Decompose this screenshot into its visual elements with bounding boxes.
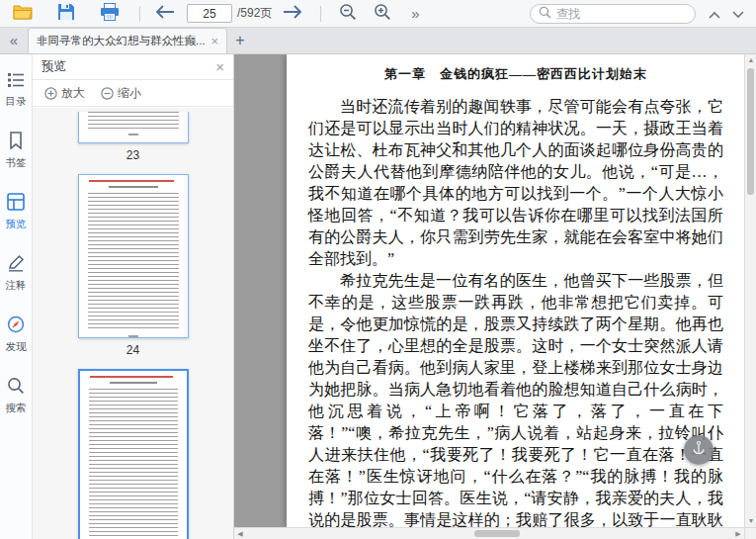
double-chevron-right-icon: » [411, 6, 419, 21]
anchor-icon [691, 440, 707, 460]
thumbnail-list[interactable]: 23 24 [33, 108, 233, 539]
toolbar-divider [139, 6, 140, 22]
circle-minus-icon [101, 87, 114, 100]
preview-close-icon[interactable]: × [215, 58, 224, 75]
save-button[interactable] [54, 2, 78, 26]
search-input[interactable] [556, 7, 710, 21]
scroll-left-arrow[interactable]: ◀ [234, 528, 246, 539]
printer-icon [100, 3, 120, 25]
paragraph: 当时还流传着别的趣闻轶事，尽管可能会有点夸张，它们还是可以显示出当时人们的精神状… [308, 96, 723, 270]
paragraph: 希拉克先生是一位有名的医生，他曾买下一些股票，但不幸的是，这些股票一跌再跌，他非… [308, 270, 723, 527]
page-total-label: /592页 [237, 5, 272, 22]
zoom-in-icon [374, 3, 391, 25]
thumbnail-text-lines [89, 389, 178, 539]
page-thumbnail-23[interactable] [78, 112, 189, 143]
toolbar: /592页 » [0, 0, 756, 28]
sidebar-item-label: 预览 [6, 218, 27, 231]
print-button[interactable] [98, 2, 122, 26]
page-thumbnail-24[interactable] [78, 174, 189, 338]
sidebar-item-label: 目录 [6, 95, 27, 109]
search-box [530, 4, 696, 24]
sidebar-item-label: 注释 [6, 279, 27, 293]
document-tab[interactable]: 非同寻常的大众幻想与群众性癫... × [28, 28, 227, 53]
folder-icon [13, 4, 33, 24]
sidebar-item-bookmarks[interactable]: 书签 [0, 132, 32, 170]
zoom-out-icon [339, 3, 357, 25]
search-icon [7, 377, 25, 399]
thumbnail-page-number [128, 134, 138, 135]
preview-zoom-bar: 放大 缩小 [33, 80, 233, 107]
pdf-reader-window: /592页 » [0, 0, 756, 539]
thumbnail-text-lines [88, 193, 179, 331]
thumbnail-header-line [109, 186, 158, 188]
tab-bar: « 非同寻常的大众幻想与群众性癫... × + [0, 28, 756, 54]
scroll-down-arrow[interactable]: ▼ [745, 515, 756, 527]
floating-widget-button[interactable] [684, 435, 714, 465]
page-number-input[interactable] [187, 4, 232, 23]
new-tab-button[interactable]: + [227, 28, 253, 53]
pen-icon [7, 254, 25, 276]
zoom-in-label: 放大 [61, 85, 85, 102]
zoom-out-label: 缩小 [118, 85, 141, 102]
running-header: 第一章 金钱的疯狂——密西西比计划始末 [308, 65, 723, 83]
thumbnail-page-number [128, 335, 138, 337]
sidebar-item-search[interactable]: 搜索 [0, 377, 32, 415]
circle-plus-icon [44, 87, 57, 100]
previous-page-button[interactable] [153, 2, 177, 26]
thumbnail-link-line [89, 180, 174, 182]
sidebar-item-label: 发现 [6, 340, 27, 354]
arrow-left-icon [155, 5, 175, 23]
horizontal-scrollbar[interactable]: ◀ ▶ [234, 527, 744, 539]
next-page-button[interactable] [281, 2, 304, 26]
thumbnail-zoom-out-button[interactable]: 缩小 [101, 85, 141, 102]
thumbnail-link-line [90, 376, 173, 378]
document-view: 第一章 金钱的疯狂——密西西比计划始末 当时还流传着别的趣闻轶事，尽管可能会有点… [234, 54, 756, 539]
preview-icon [7, 193, 25, 215]
page-thumbnail-25-selected[interactable] [78, 369, 189, 539]
arrow-right-icon [283, 5, 302, 23]
thumbnail-label: 24 [33, 343, 233, 357]
open-file-button[interactable] [11, 2, 35, 26]
chevron-down-icon [732, 5, 744, 23]
collapse-sidebar-button[interactable]: « [0, 27, 28, 53]
thumbnail-header-line [110, 382, 157, 384]
chevron-up-icon [709, 5, 720, 23]
find-next-button[interactable] [726, 2, 750, 26]
vertical-scrollbar[interactable]: ▲ ▼ [744, 54, 756, 527]
preview-panel: 预览 × 放大 缩小 23 24 [33, 54, 234, 539]
zoom-in-button[interactable] [371, 2, 394, 26]
search-icon [539, 5, 551, 23]
save-icon [57, 3, 75, 25]
vertical-scrollbar-thumb[interactable] [747, 68, 754, 195]
find-previous-button[interactable] [703, 2, 726, 26]
scrollbar-corner [744, 527, 756, 539]
sidebar-item-discover[interactable]: 发现 [0, 315, 32, 354]
scroll-up-arrow[interactable]: ▲ [745, 54, 756, 66]
page-text: 当时还流传着别的趣闻轶事，尽管可能会有点夸张，它们还是可以显示出当时人们的精神状… [308, 96, 723, 527]
more-tools-button[interactable]: » [403, 2, 427, 26]
tab-title: 非同寻常的大众幻想与群众性癫... [37, 34, 205, 48]
toc-icon [7, 72, 25, 92]
document-page[interactable]: 第一章 金钱的疯狂——密西西比计划始末 当时还流传着别的趣闻轶事，尽管可能会有点… [287, 54, 745, 527]
scroll-right-arrow[interactable]: ▶ [732, 528, 744, 539]
toolbar-divider [320, 6, 321, 22]
preview-panel-header: 预览 × [33, 54, 233, 80]
sidebar-item-preview[interactable]: 预览 [0, 193, 32, 231]
zoom-out-button[interactable] [336, 2, 360, 26]
compass-icon [7, 315, 25, 337]
sidebar-item-annotations[interactable]: 注释 [0, 254, 32, 293]
bookmark-icon [8, 132, 24, 153]
thumbnail-zoom-in-button[interactable]: 放大 [44, 85, 85, 102]
horizontal-scrollbar-thumb[interactable] [474, 530, 520, 537]
preview-panel-title: 预览 [42, 58, 66, 75]
sidebar-item-label: 书签 [6, 156, 27, 170]
sidebar-item-toc[interactable]: 目录 [0, 72, 32, 109]
left-sidebar: 目录 书签 预览 注释 发现 [0, 54, 33, 539]
thumbnail-label: 23 [33, 148, 233, 162]
sidebar-item-label: 搜索 [6, 402, 27, 415]
thumbnail-text-lines [88, 112, 179, 130]
tab-close-icon[interactable]: × [210, 34, 218, 48]
